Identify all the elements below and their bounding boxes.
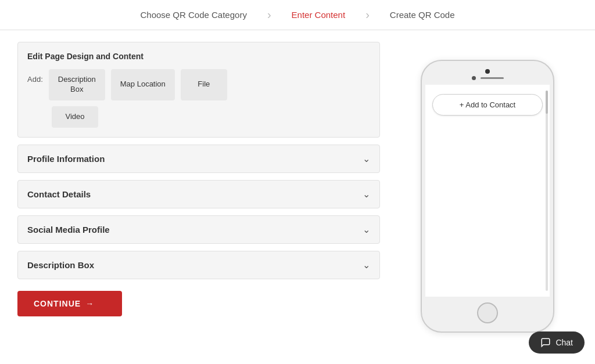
accordion-social-media-profile[interactable]: Social Media Profile ⌄ xyxy=(17,215,380,244)
continue-button[interactable]: CONTINUE → xyxy=(17,291,122,316)
chat-label: Chat xyxy=(555,338,573,347)
accordion-contact-details-title: Contact Details xyxy=(27,189,91,199)
add-row: Add: DescriptionBox Map Location File xyxy=(27,69,370,100)
phone-camera xyxy=(485,69,490,74)
chevron-down-icon: ⌄ xyxy=(363,153,370,164)
phone-home-button[interactable] xyxy=(477,302,498,323)
add-to-contact-button[interactable]: + Add to Contact xyxy=(432,94,543,116)
accordion-contact-details-header[interactable]: Contact Details ⌄ xyxy=(18,181,379,208)
phone-screen: + Add to Contact xyxy=(425,85,550,297)
stepper: Choose QR Code Category › Enter Content … xyxy=(0,0,595,30)
step-create: Create QR Code xyxy=(372,10,472,20)
phone-dot xyxy=(472,76,476,80)
file-button[interactable]: File xyxy=(181,69,227,100)
accordion-social-media-profile-title: Social Media Profile xyxy=(27,225,110,235)
accordion-contact-details[interactable]: Contact Details ⌄ xyxy=(17,180,380,208)
map-location-button[interactable]: Map Location xyxy=(111,69,175,100)
phone-scrollbar[interactable] xyxy=(546,91,548,291)
description-box-button[interactable]: DescriptionBox xyxy=(49,69,105,100)
main-layout: Edit Page Design and Content Add: Descri… xyxy=(0,30,595,362)
continue-label: CONTINUE xyxy=(34,299,81,308)
edit-section-title: Edit Page Design and Content xyxy=(27,52,370,61)
chevron-down-icon: ⌄ xyxy=(363,189,370,200)
add-buttons: DescriptionBox Map Location File xyxy=(49,69,370,100)
accordion-profile-information-header[interactable]: Profile Information ⌄ xyxy=(18,145,379,172)
phone-top xyxy=(422,61,553,85)
accordion-description-box-header[interactable]: Description Box ⌄ xyxy=(18,251,379,279)
accordion-description-box[interactable]: Description Box ⌄ xyxy=(17,251,380,279)
chevron-down-icon: ⌄ xyxy=(363,224,370,235)
edit-section: Edit Page Design and Content Add: Descri… xyxy=(17,42,380,138)
accordion-description-box-title: Description Box xyxy=(27,260,94,270)
phone-scrollbar-thumb xyxy=(546,91,548,114)
step-choose: Choose QR Code Category xyxy=(123,10,264,20)
step-arrow-1: › xyxy=(267,8,271,21)
phone-speaker xyxy=(481,77,504,79)
step-arrow-2: › xyxy=(365,8,370,21)
chat-button[interactable]: Chat xyxy=(529,331,585,354)
left-panel: Edit Page Design and Content Add: Descri… xyxy=(17,42,380,351)
video-row: Video xyxy=(52,106,370,128)
phone-bottom xyxy=(422,297,553,331)
accordion-profile-information-title: Profile Information xyxy=(27,154,105,164)
chat-icon xyxy=(540,337,551,348)
right-panel: + Add to Contact xyxy=(397,42,578,351)
step-enter: Enter Content xyxy=(274,10,363,20)
phone-speaker-row xyxy=(472,76,504,80)
phone-mockup: + Add to Contact xyxy=(421,60,554,333)
phone-content: + Add to Contact xyxy=(425,85,550,125)
add-label: Add: xyxy=(27,69,43,84)
accordion-social-media-profile-header[interactable]: Social Media Profile ⌄ xyxy=(18,216,379,243)
accordion-profile-information[interactable]: Profile Information ⌄ xyxy=(17,145,380,173)
continue-arrow-icon: → xyxy=(85,299,94,308)
video-button[interactable]: Video xyxy=(52,106,98,128)
chevron-down-icon: ⌄ xyxy=(363,260,370,271)
